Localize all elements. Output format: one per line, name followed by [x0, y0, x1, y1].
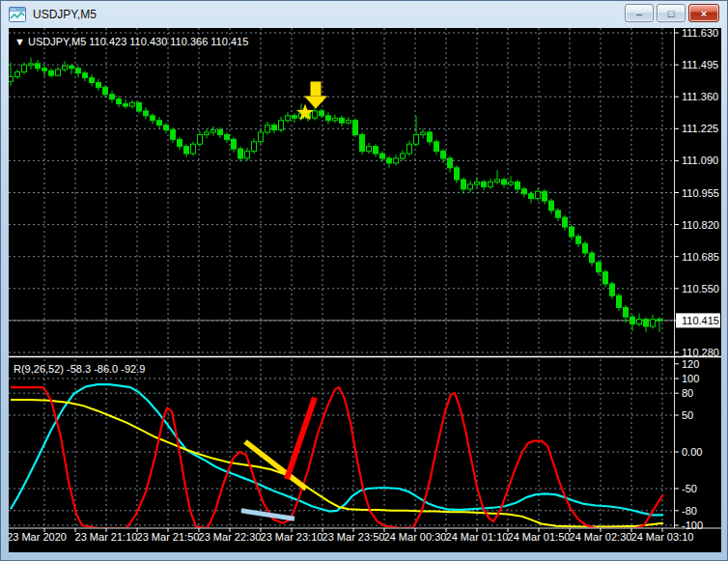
candle-body	[286, 116, 291, 121]
candle-body	[401, 154, 406, 158]
candle-body	[597, 263, 602, 272]
restore-icon: □	[668, 8, 675, 19]
candle-body	[489, 182, 493, 186]
candle-body	[191, 144, 196, 154]
candle-body	[340, 118, 345, 123]
candle-body	[211, 130, 216, 132]
candle-body	[245, 152, 250, 158]
candle-body	[137, 102, 142, 111]
restore-button[interactable]: □	[657, 4, 686, 22]
window-controls: – □ ×	[625, 4, 719, 22]
price-axis-label: 111.090	[682, 154, 718, 166]
price-axis-label: 110.280	[682, 347, 719, 358]
titlebar[interactable]: USDJPY,M5 – □ ×	[1, 1, 727, 28]
candle-body	[387, 158, 392, 163]
candle-body	[570, 227, 574, 237]
candle-body	[360, 134, 365, 151]
time-axis[interactable]: 23 Mar 202023 Mar 21:1023 Mar 21:5023 Ma…	[9, 528, 693, 543]
candle-body	[218, 130, 223, 135]
candle-body	[266, 126, 270, 132]
candle-body	[637, 320, 642, 324]
candle-body	[36, 64, 41, 69]
candle-body	[556, 210, 561, 217]
candle-body	[184, 147, 189, 154]
candle-body	[117, 99, 122, 104]
chart-client-area: 111.630111.495111.360111.225111.090110.9…	[9, 28, 721, 552]
candle-body	[576, 237, 581, 243]
indicator-axis-label: 50	[682, 409, 693, 421]
time-axis-label: 23 Mar 21:50	[137, 531, 200, 543]
chart-canvas[interactable]: 111.630111.495111.360111.225111.090110.9…	[9, 28, 721, 552]
current-price-label: 110.415	[682, 315, 719, 326]
candle-body	[83, 73, 88, 78]
close-icon: ×	[701, 8, 707, 19]
window-title: USDJPY,M5	[33, 8, 625, 21]
indicator-label: R(9,26,52) -58.3 -86.0 -92.9	[14, 363, 145, 375]
indicator-axis-label: 100	[682, 373, 699, 384]
candle-body	[644, 320, 649, 326]
candle-body	[549, 201, 554, 210]
candle-body	[29, 64, 34, 66]
price-axis-label: 111.630	[682, 28, 718, 39]
candle-body	[603, 272, 608, 284]
price-axis-label: 110.955	[682, 187, 719, 199]
candle-body	[462, 180, 466, 189]
ohlc-info-line: ▼ USDJPY,M5 110.423 110.430 110.366 110.…	[14, 36, 248, 47]
candle-body	[563, 217, 568, 227]
candle-body	[421, 132, 426, 134]
candle-body	[624, 307, 629, 317]
candle-body	[164, 126, 169, 130]
candle-body	[56, 70, 61, 75]
candle-body	[630, 317, 635, 323]
candle-body	[482, 182, 487, 186]
candle-body	[97, 82, 101, 87]
candle-body	[90, 78, 95, 83]
candle-body	[495, 180, 500, 182]
candle-body	[198, 134, 203, 144]
candle-body	[15, 71, 20, 76]
candle-body	[232, 139, 237, 149]
price-axis-label: 110.820	[682, 219, 719, 231]
candle-body	[76, 69, 81, 73]
candle-body	[475, 182, 480, 183]
candle-body	[110, 95, 115, 99]
candle-body	[441, 152, 446, 158]
candle-body	[225, 134, 230, 139]
price-axis-label: 110.550	[682, 283, 719, 295]
candle-body	[22, 65, 27, 71]
candle-body	[516, 182, 520, 188]
candle-body	[509, 182, 514, 183]
chart-window-icon	[9, 7, 26, 22]
chart-window: USDJPY,M5 – □ × 111.630111.495111.360111…	[0, 0, 728, 561]
indicator-axis-label: 80	[682, 387, 693, 399]
candle-body	[42, 69, 47, 70]
candle-body	[70, 66, 74, 68]
candle-body	[171, 130, 176, 140]
indicator-axis-label: -100	[682, 519, 703, 531]
candle-body	[279, 121, 284, 130]
minimize-button[interactable]: –	[625, 4, 654, 22]
candle-body	[130, 102, 135, 106]
time-axis-label: 23 Mar 2020	[9, 531, 67, 543]
candle-body	[651, 320, 656, 326]
candle-body	[536, 191, 541, 198]
candle-body	[414, 134, 419, 144]
close-button[interactable]: ×	[688, 4, 719, 22]
candle-body	[259, 132, 264, 142]
candle-body	[353, 121, 358, 135]
candle-body	[434, 142, 439, 152]
candle-body	[347, 121, 351, 123]
candle-body	[367, 147, 372, 152]
candle-body	[522, 189, 527, 194]
time-axis-label: 24 Mar 00:30	[384, 531, 447, 543]
time-axis-label: 23 Mar 23:10	[261, 531, 323, 543]
candle-body	[617, 295, 622, 307]
down-arrow-icon	[311, 81, 322, 96]
candle-body	[9, 76, 14, 81]
price-axis-label: 110.685	[682, 251, 719, 263]
time-axis-label: 24 Mar 02:30	[570, 531, 632, 543]
candle-body	[333, 118, 338, 120]
minimize-icon: –	[636, 8, 642, 19]
candle-body	[313, 111, 318, 118]
candle-body	[238, 149, 243, 158]
